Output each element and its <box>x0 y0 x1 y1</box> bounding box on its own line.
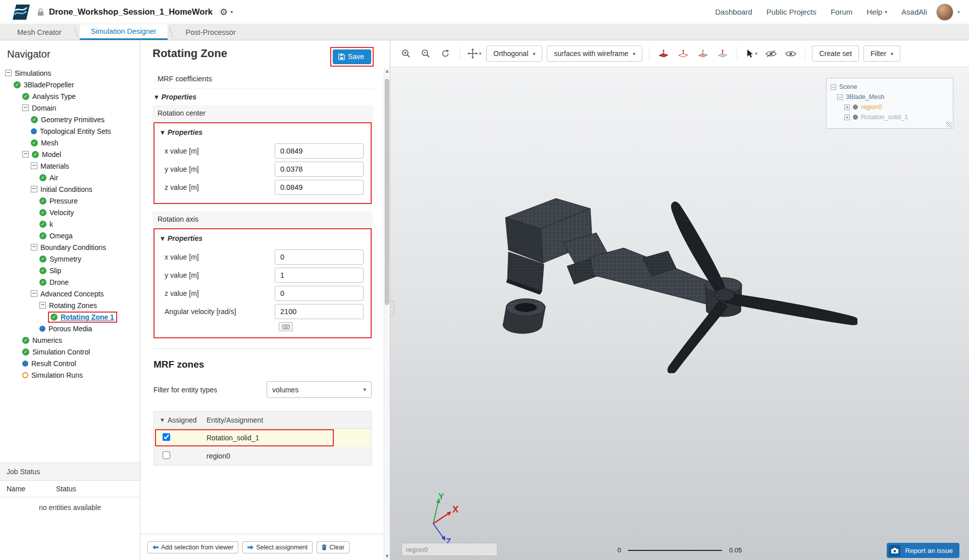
tree-item-materials[interactable]: −Materials <box>0 160 140 172</box>
simscale-logo[interactable] <box>9 3 30 21</box>
rc-z-input[interactable] <box>275 180 364 195</box>
angular-velocity-input[interactable] <box>275 304 364 319</box>
scene-tree-item-region0[interactable]: +region0 <box>831 102 949 112</box>
select-assignment-button[interactable]: Select assignment <box>242 541 313 553</box>
properties-toggle[interactable]: ▼ Properties <box>159 230 367 246</box>
tab-post-processor[interactable]: Post-Processor <box>175 24 247 40</box>
tree-item-3bladepropeller[interactable]: ✓3BladePropeller <box>0 79 140 90</box>
tree-item-geometry-primitives[interactable]: ✓Geometry Primitives <box>0 114 140 125</box>
tree-item-analysis-type[interactable]: ✓Analysis Type <box>0 90 140 102</box>
panel-resize-handle[interactable] <box>390 300 394 316</box>
rc-y-input[interactable] <box>275 162 364 177</box>
ra-z-input[interactable] <box>275 286 364 301</box>
properties-toggle[interactable]: ▼ Properties <box>152 89 373 105</box>
tree-item-air[interactable]: ✓Air <box>0 172 140 183</box>
nav-link-public-projects[interactable]: Public Projects <box>767 8 817 16</box>
render-mode-dropdown[interactable]: surfaces with wireframe ▾ <box>547 45 642 62</box>
tree-item-porous-media[interactable]: Porous Media <box>0 323 140 334</box>
hide-selection-button[interactable] <box>763 46 779 61</box>
nav-link-dashboard[interactable]: Dashboard <box>715 8 752 16</box>
nav-link-forum[interactable]: Forum <box>831 8 852 16</box>
drone-mesh-model[interactable] <box>491 186 857 373</box>
entity-column-header[interactable]: Entity/Assignment <box>207 416 263 424</box>
tree-item-advanced-concepts[interactable]: −Advanced Concepts <box>0 288 140 299</box>
assignment-checkbox[interactable] <box>163 451 170 459</box>
assigned-column-header[interactable]: ▼ Assigned <box>154 416 207 424</box>
view-orientation-button-2[interactable] <box>676 46 691 61</box>
region-name-input[interactable] <box>401 543 497 556</box>
scroll-up-arrow[interactable]: ▲ <box>384 68 390 75</box>
tree-item-initial-conditions[interactable]: −Initial Conditions <box>0 183 140 195</box>
tree-item-domain[interactable]: −Domain <box>0 102 140 114</box>
scroll-down-arrow[interactable]: ▼ <box>384 553 390 560</box>
tree-item-simulations[interactable]: −Simulations <box>0 67 140 79</box>
filter-dropdown[interactable]: Filter ▾ <box>863 45 900 62</box>
tree-expander-icon[interactable]: − <box>39 302 46 309</box>
pan-tool-button[interactable]: ▾ <box>467 46 482 61</box>
sort-descending-icon[interactable]: ▼ <box>161 418 164 423</box>
project-settings-gear-icon[interactable]: ⚙ <box>220 7 228 17</box>
tree-item-model[interactable]: −✓Model <box>0 148 140 160</box>
tree-item-pressure[interactable]: ✓Pressure <box>0 195 140 207</box>
add-selection-from-viewer-button[interactable]: Add selection from viewer <box>147 541 238 553</box>
tree-item-boundary-conditions[interactable]: −Boundary Conditions <box>0 241 140 253</box>
properties-toggle[interactable]: ▼ Properties <box>159 124 367 140</box>
assignment-checkbox[interactable] <box>163 433 170 441</box>
chevron-down-icon[interactable]: ▾ <box>957 9 960 15</box>
user-avatar[interactable] <box>936 4 953 21</box>
tree-expander-icon[interactable]: − <box>31 244 37 250</box>
tree-item-omega[interactable]: ✓Omega <box>0 230 140 241</box>
zoom-out-button[interactable] <box>418 46 433 61</box>
tree-item-topological-entity-sets[interactable]: Topological Entity Sets <box>0 125 140 137</box>
tree-expander-icon[interactable]: − <box>31 290 37 297</box>
scene-tree-mesh[interactable]: − 3Blade_Mesh <box>831 92 949 102</box>
tree-item-velocity[interactable]: ✓Velocity <box>0 207 140 218</box>
tree-expander-icon[interactable]: − <box>22 105 29 111</box>
tab-simulation-designer[interactable]: Simulation Designer <box>80 24 168 40</box>
nav-link-help[interactable]: Help▾ <box>866 8 887 16</box>
formula-keyboard-button[interactable] <box>279 322 293 331</box>
rc-x-input[interactable] <box>275 143 364 159</box>
tree-expander-icon[interactable]: − <box>22 151 29 158</box>
assignment-row-rotation-solid-1[interactable]: Rotation_solid_1 <box>154 429 371 447</box>
entity-type-select[interactable]: volumes ▾ <box>267 381 372 398</box>
chevron-down-icon[interactable]: ▾ <box>230 9 233 15</box>
tree-expander-icon[interactable]: − <box>31 186 37 192</box>
collapse-icon[interactable]: − <box>837 94 843 100</box>
tree-expander-icon[interactable]: − <box>5 70 12 76</box>
tree-item-rotating-zone-1[interactable]: ✓Rotating Zone 1 <box>0 311 140 323</box>
tree-item-numerics[interactable]: ✓Numerics <box>0 334 140 346</box>
create-set-button[interactable]: Create set <box>812 45 859 62</box>
ra-y-input[interactable] <box>275 268 364 283</box>
view-orientation-button-4[interactable] <box>715 46 730 61</box>
zoom-in-button[interactable] <box>398 46 414 61</box>
ra-x-input[interactable] <box>275 249 364 265</box>
viewer-canvas[interactable]: − Scene − 3Blade_Mesh +region0+Rotation_… <box>390 67 969 560</box>
scene-tree-root[interactable]: − Scene <box>831 82 949 92</box>
scene-tree-item-rotation-solid-1[interactable]: +Rotation_solid_1 <box>831 112 949 122</box>
tree-expander-icon[interactable]: − <box>31 163 37 169</box>
projection-dropdown[interactable]: Orthogonal ▾ <box>486 45 542 62</box>
tree-item-k[interactable]: ✓k <box>0 218 140 230</box>
reset-view-button[interactable] <box>438 46 453 61</box>
scrollbar-thumb[interactable] <box>385 79 389 305</box>
tree-item-simulation-runs[interactable]: Simulation Runs <box>0 369 140 381</box>
tab-mesh-creator[interactable]: Mesh Creator <box>6 24 73 40</box>
view-orientation-button-1[interactable] <box>656 46 671 61</box>
clear-button[interactable]: Clear <box>317 541 349 553</box>
tree-item-drone[interactable]: ✓Drone <box>0 276 140 288</box>
tree-item-mesh[interactable]: ✓Mesh <box>0 137 140 148</box>
scene-tree-resize-handle[interactable] <box>946 122 952 127</box>
collapse-icon[interactable]: − <box>831 84 836 90</box>
nav-link-asadali[interactable]: AsadAli <box>901 8 927 16</box>
tree-item-result-control[interactable]: Result Control <box>0 358 140 369</box>
expand-icon[interactable]: + <box>844 115 850 120</box>
save-button[interactable]: Save <box>333 49 371 64</box>
panel-scrollbar[interactable]: ▲ ▼ <box>384 68 390 560</box>
assignment-row-region0[interactable]: region0 <box>154 447 371 465</box>
select-tool-button[interactable]: ▾ <box>744 46 759 61</box>
tree-item-symmetry[interactable]: ✓Symmetry <box>0 253 140 265</box>
tree-item-rotating-zones[interactable]: −Rotating Zones <box>0 299 140 311</box>
tree-item-slip[interactable]: ✓Slip <box>0 265 140 276</box>
tree-item-simulation-control[interactable]: ✓Simulation Control <box>0 346 140 358</box>
